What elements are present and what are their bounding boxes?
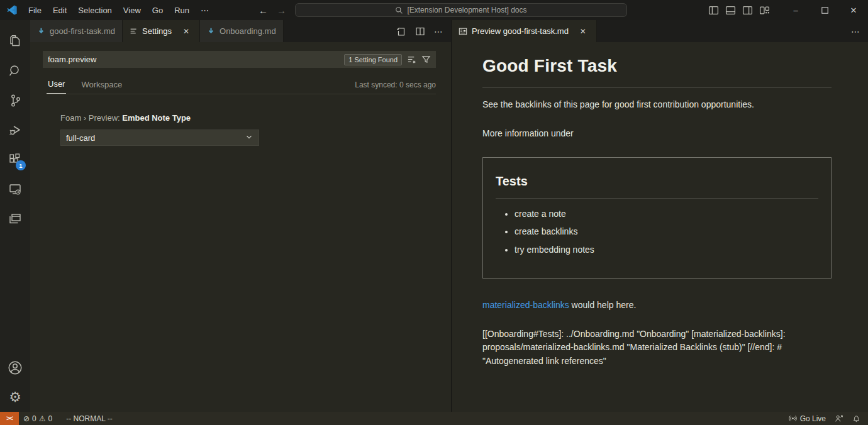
scope-tab-user[interactable]: User <box>47 77 66 94</box>
command-center-text: [Extension Development Host] docs <box>407 6 526 14</box>
toggle-primary-sidebar-icon[interactable] <box>708 5 719 16</box>
settings-sliders-icon <box>130 27 138 35</box>
embed-list-item: create a note <box>515 207 818 221</box>
filter-settings-icon[interactable] <box>421 55 431 64</box>
setting-name: Embed Note Type <box>122 113 191 123</box>
right-tab-bar: Preview good-first-task.md ✕ ⋯ <box>452 20 868 42</box>
search-icon <box>395 6 403 14</box>
extensions-badge: 1 <box>16 160 26 170</box>
feedback-button[interactable] <box>830 412 848 425</box>
setting-item-embed-note-type: Foam › Preview: Embed Note Type full-car… <box>60 113 451 146</box>
problems-status[interactable]: ⊘ 0 ⚠ 0 <box>19 412 57 425</box>
tab-label: Onboarding.md <box>220 26 276 36</box>
nav-forward-icon[interactable]: → <box>277 5 286 16</box>
toggle-panel-icon[interactable] <box>725 5 736 16</box>
menu-more-icon[interactable]: ⋯ <box>195 3 216 18</box>
settings-editor: 1 Setting Found <box>30 42 451 412</box>
left-tab-bar: good-first-task.md Settings ✕ Onboardi <box>30 20 451 42</box>
extensions-icon[interactable]: 1 <box>0 145 30 174</box>
vscode-window: File Edit Selection View Go Run ⋯ ← → [E… <box>0 0 868 425</box>
warning-count: 0 <box>48 414 53 423</box>
more-actions-icon[interactable]: ⋯ <box>851 26 860 36</box>
tab-label: Settings <box>142 26 172 36</box>
command-center-search[interactable]: [Extension Development Host] docs <box>295 3 627 17</box>
editor-group-right: Preview good-first-task.md ✕ ⋯ Good Firs… <box>451 20 868 412</box>
close-tab-icon[interactable]: ✕ <box>180 25 192 38</box>
markdown-file-icon <box>37 27 45 35</box>
manage-gear-icon[interactable]: ⚙ <box>0 382 30 412</box>
embed-note-type-dropdown[interactable]: full-card <box>60 130 259 146</box>
tab-onboarding[interactable]: Onboarding.md <box>200 20 284 42</box>
markdown-file-icon <box>207 27 215 35</box>
embed-list: create a note create backlinks try embed… <box>496 207 818 257</box>
dropdown-value: full-card <box>66 133 95 143</box>
setting-category: Foam › Preview: <box>60 113 122 123</box>
remote-explorer-icon[interactable] <box>0 174 30 204</box>
more-actions-icon[interactable]: ⋯ <box>434 26 443 36</box>
backlinks-paragraph: materialized-backlinks would help here. <box>482 299 832 312</box>
tab-label: good-first-task.md <box>50 26 115 36</box>
scope-tab-workspace[interactable]: Workspace <box>80 77 123 94</box>
activity-bar: 1 <box>0 20 30 412</box>
person-share-icon <box>835 414 843 423</box>
menu-view[interactable]: View <box>118 3 147 18</box>
embed-title: Tests <box>496 172 818 199</box>
settings-search-input[interactable] <box>43 55 344 64</box>
preview-paragraph: More information under <box>482 127 832 141</box>
close-tab-icon[interactable]: ✕ <box>577 25 589 38</box>
error-icon: ⊘ <box>23 414 30 423</box>
source-control-icon[interactable] <box>0 86 30 115</box>
menu-run[interactable]: Run <box>169 3 195 18</box>
preview-title: Good First Task <box>482 52 832 88</box>
chevron-down-icon <box>245 133 253 143</box>
toggle-secondary-sidebar-icon[interactable] <box>742 5 753 16</box>
clear-settings-search-icon[interactable] <box>407 55 416 64</box>
close-window-button[interactable]: ✕ <box>839 0 868 20</box>
bell-icon <box>852 414 860 422</box>
tab-good-first-task[interactable]: good-first-task.md <box>30 20 123 42</box>
tab-settings[interactable]: Settings ✕ <box>123 20 200 42</box>
run-debug-icon[interactable] <box>0 115 30 145</box>
notifications-button[interactable] <box>848 412 868 425</box>
vscode-logo-icon <box>6 4 18 16</box>
remote-indicator[interactable]: >< <box>0 412 19 425</box>
explorer-icon[interactable] <box>0 26 30 56</box>
preview-paragraph: See the backlinks of this page for good … <box>482 98 832 112</box>
setting-title: Foam › Preview: Embed Note Type <box>60 113 451 123</box>
menu-file[interactable]: File <box>23 3 47 18</box>
menu-edit[interactable]: Edit <box>47 3 72 18</box>
embedded-note-card: Tests create a note create backlinks try… <box>482 157 832 279</box>
vim-mode-indicator[interactable]: -- NORMAL -- <box>62 412 117 425</box>
menu-selection[interactable]: Selection <box>72 3 117 18</box>
titlebar: File Edit Selection View Go Run ⋯ ← → [E… <box>0 0 868 20</box>
accounts-icon[interactable] <box>0 353 30 382</box>
settings-count-badge: 1 Setting Found <box>344 54 402 65</box>
settings-search-box: 1 Setting Found <box>43 51 436 68</box>
nav-back-icon[interactable]: ← <box>259 5 268 16</box>
maximize-button[interactable] <box>810 0 839 20</box>
error-count: 0 <box>32 414 36 423</box>
editor-group-left: good-first-task.md Settings ✕ Onboardi <box>30 20 451 412</box>
go-live-button[interactable]: Go Live <box>784 412 830 425</box>
tab-label: Preview good-first-task.md <box>472 26 569 36</box>
embed-list-item: create backlinks <box>515 225 818 239</box>
embed-list-item: try embedding notes <box>515 243 818 257</box>
settings-scope-tabs: User Workspace Last synced: 0 secs ago <box>47 77 436 94</box>
stacked-windows-icon[interactable] <box>0 204 30 233</box>
go-live-label: Go Live <box>800 414 826 423</box>
last-synced-label: Last synced: 0 secs ago <box>355 80 436 94</box>
markdown-preview-icon <box>459 27 467 36</box>
minimize-button[interactable]: – <box>781 0 810 20</box>
broadcast-icon <box>789 414 797 422</box>
menu-go[interactable]: Go <box>147 3 169 18</box>
tab-preview-good-first-task[interactable]: Preview good-first-task.md ✕ <box>452 20 597 42</box>
open-settings-json-icon[interactable] <box>396 26 406 36</box>
search-view-icon[interactable] <box>0 56 30 86</box>
warning-icon: ⚠ <box>39 414 46 423</box>
customize-layout-icon[interactable] <box>759 5 770 16</box>
markdown-preview: Good First Task See the backlinks of thi… <box>452 42 868 412</box>
link-references-text: [[Onboarding#Tests]: ../Onboarding.md "O… <box>482 328 832 368</box>
materialized-backlinks-link[interactable]: materialized-backlinks <box>482 300 569 310</box>
split-editor-icon[interactable] <box>415 26 425 36</box>
status-bar: >< ⊘ 0 ⚠ 0 -- NORMAL -- Go Live <box>0 412 868 425</box>
